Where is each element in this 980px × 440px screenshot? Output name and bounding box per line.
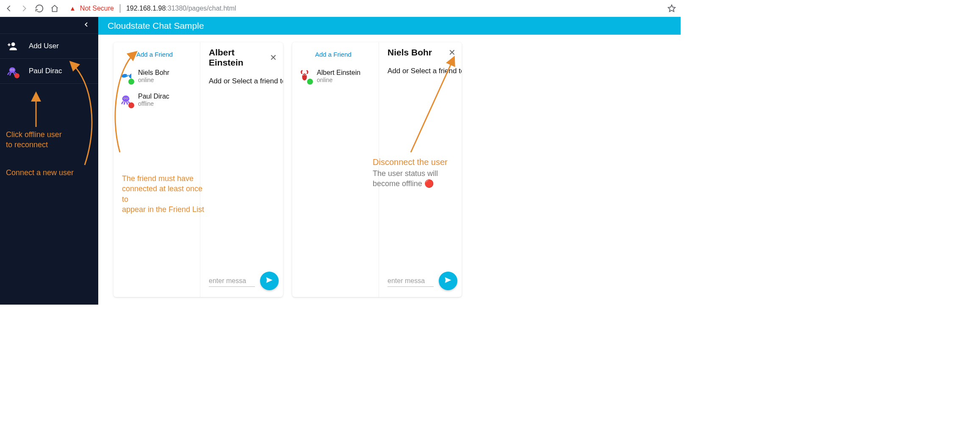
status-dot-online xyxy=(307,79,313,85)
close-icon[interactable]: ✕ xyxy=(270,52,277,63)
svg-point-17 xyxy=(305,74,306,75)
add-user-icon xyxy=(7,41,18,52)
address-bar[interactable]: ▲ Not Secure 192.168.1.98:31380/pages/ch… xyxy=(65,2,661,15)
friend-status: offline xyxy=(138,100,169,107)
avatar-lobster-icon xyxy=(298,70,311,82)
svg-point-5 xyxy=(13,69,14,70)
status-dot-online xyxy=(128,79,134,85)
friend-item-paul-dirac[interactable]: Paul Dirac offline xyxy=(114,89,200,113)
friend-name: Paul Dirac xyxy=(138,93,169,100)
avatar-octopus-icon xyxy=(119,94,132,106)
forward-button[interactable] xyxy=(19,4,29,13)
chat-hint: Add or Select a friend to xyxy=(200,69,283,272)
svg-point-16 xyxy=(303,74,304,75)
bookmark-star-icon[interactable] xyxy=(667,4,676,13)
friend-status: online xyxy=(317,77,360,83)
friend-list-panel: Add a Friend Niels Bohr online xyxy=(114,42,200,297)
svg-point-0 xyxy=(11,42,15,46)
chat-panel: Albert Einstein ✕ Add or Select a friend… xyxy=(200,42,283,297)
reload-button[interactable] xyxy=(35,4,44,13)
back-button[interactable] xyxy=(4,4,14,13)
status-dot-offline xyxy=(14,73,19,78)
close-icon[interactable]: ✕ xyxy=(448,47,456,58)
sidebar-collapse-row[interactable] xyxy=(0,17,98,34)
chevron-left-icon xyxy=(83,21,90,30)
send-icon xyxy=(444,276,452,286)
svg-point-11 xyxy=(124,98,125,99)
friend-status: online xyxy=(138,77,169,83)
chat-card-einstein: Add a Friend Niels Bohr online xyxy=(114,42,283,297)
friend-item-albert-einstein[interactable]: Albert Einstein online xyxy=(292,66,379,89)
send-button[interactable] xyxy=(260,272,279,290)
url-text: 192.168.1.98:31380/pages/chat.html xyxy=(126,5,236,12)
add-user-label: Add User xyxy=(29,42,59,50)
add-friend-button[interactable]: Add a Friend xyxy=(114,48,200,66)
sidebar-user-paul-dirac[interactable]: Paul Dirac xyxy=(0,59,98,84)
workspace: Add a Friend Niels Bohr online xyxy=(98,35,681,305)
separator xyxy=(120,4,120,13)
friend-item-niels-bohr[interactable]: Niels Bohr online xyxy=(114,66,200,89)
annotation-connect-new: Connect a new user xyxy=(6,168,74,178)
annotation-reconnect: Click offline user to reconnect xyxy=(6,129,62,150)
app-header: Cloudstate Chat Sample xyxy=(98,17,681,35)
app-root: Add User Paul Dirac Click offline user t… xyxy=(0,17,681,305)
svg-point-4 xyxy=(11,69,12,70)
friend-name: Albert Einstein xyxy=(317,69,360,77)
home-button[interactable] xyxy=(50,4,59,13)
chat-title: Niels Bohr xyxy=(388,47,432,58)
add-friend-button[interactable]: Add a Friend xyxy=(292,48,379,66)
svg-point-7 xyxy=(127,74,128,76)
send-icon xyxy=(265,276,274,286)
avatar-fish-icon xyxy=(119,70,132,82)
chat-hint: Add or Select a friend to xyxy=(379,59,462,272)
avatar-octopus-icon xyxy=(7,66,18,77)
browser-toolbar: ▲ Not Secure 192.168.1.98:31380/pages/ch… xyxy=(0,0,681,17)
message-input[interactable] xyxy=(209,275,255,287)
status-dot-offline xyxy=(128,102,134,108)
svg-point-1 xyxy=(9,67,16,73)
svg-point-8 xyxy=(122,96,130,102)
not-secure-label: Not Secure xyxy=(80,5,114,12)
chat-title: Albert Einstein xyxy=(209,47,270,68)
svg-point-12 xyxy=(127,98,127,99)
add-user-button[interactable]: Add User xyxy=(0,34,98,59)
app-title: Cloudstate Chat Sample xyxy=(108,21,204,31)
chat-card-bohr: Add a Friend Albert Einstein online xyxy=(292,42,462,297)
send-button[interactable] xyxy=(439,272,457,290)
message-input[interactable] xyxy=(388,275,434,287)
main-area: Cloudstate Chat Sample Add a Friend Niel… xyxy=(98,17,681,305)
sidebar-user-label: Paul Dirac xyxy=(29,67,62,75)
friend-name: Niels Bohr xyxy=(138,69,169,77)
chat-panel: Niels Bohr ✕ Add or Select a friend to xyxy=(379,42,462,297)
friend-list-panel: Add a Friend Albert Einstein online xyxy=(292,42,379,297)
sidebar: Add User Paul Dirac Click offline user t… xyxy=(0,17,98,305)
warning-icon: ▲ xyxy=(69,5,76,12)
